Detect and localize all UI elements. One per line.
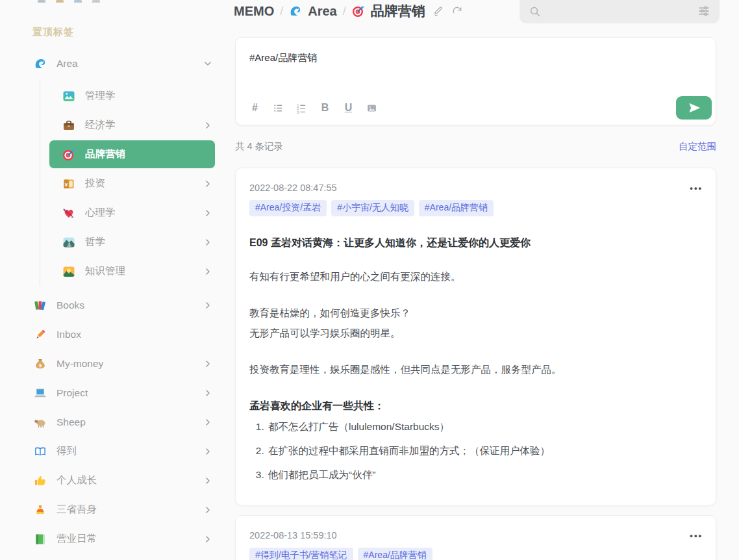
sidebar-item-investment[interactable]: ¥投资 — [0, 169, 226, 198]
breadcrumb-current-tag[interactable]: 品牌营销 — [371, 2, 425, 20]
sidebar-item-management[interactable]: 管理学 — [0, 81, 226, 110]
bullet-list-icon[interactable] — [273, 103, 284, 114]
memo-list-header: 共 4 条记录 自定范围 — [235, 140, 716, 153]
search-input[interactable] — [541, 0, 697, 24]
tag-pill[interactable]: #Area/品牌营销 — [358, 548, 432, 560]
tag-pill[interactable]: #小宇宙/无人知晓 — [331, 200, 414, 216]
sidebar-item-knowledge-management[interactable]: 知识管理 — [0, 257, 226, 286]
tag-pill[interactable]: #Area/品牌营销 — [419, 200, 494, 216]
ordered-list-icon[interactable]: 123 — [296, 103, 307, 114]
sidebar-item-label: 三省吾身 — [56, 503, 203, 516]
memo-heading: E09 孟岩对话黄海：让更多人知道你，还是让爱你的人更爱你 — [249, 236, 703, 250]
sidebar-item-books[interactable]: Books — [0, 290, 226, 320]
wave-icon — [289, 5, 302, 18]
filter-icon[interactable] — [697, 5, 710, 18]
composer-toolbar: #123BU — [249, 95, 712, 121]
memo-composer: #Area/品牌营销 #123BU — [235, 37, 716, 125]
picture-mountain-icon — [62, 90, 75, 103]
memo-list: 2022-08-22 08:47:55•••#Area/投资/孟岩#小宇宙/无人… — [235, 168, 716, 560]
refresh-icon[interactable] — [451, 5, 463, 17]
chevron-right-icon[interactable] — [203, 120, 213, 131]
sidebar-item-label: 个人成长 — [56, 474, 203, 487]
chevron-right-icon[interactable] — [203, 266, 213, 277]
bold-icon[interactable]: B — [319, 103, 331, 114]
tag-pill[interactable]: #得到/电子书/营销笔记 — [249, 548, 353, 560]
edit-pencil-icon[interactable] — [432, 5, 444, 17]
memo-paragraph: 有知有行更希望和用户的心之间有更深的连接。 — [249, 266, 703, 286]
sidebar-item-personal-growth[interactable]: 个人成长 — [0, 466, 226, 495]
sidebar-item-label: 品牌营销 — [85, 147, 213, 161]
sidebar-item-area[interactable]: Area — [0, 49, 226, 78]
chevron-right-icon[interactable] — [203, 359, 213, 369]
lotus-icon — [34, 503, 47, 516]
chevron-right-icon[interactable] — [203, 388, 213, 398]
custom-range-link[interactable]: 自定范围 — [679, 140, 716, 153]
pencil-icon — [34, 328, 47, 341]
chevron-right-icon[interactable] — [203, 476, 213, 486]
search-bar[interactable] — [520, 0, 720, 23]
sidebar-item-label: 哲学 — [85, 235, 203, 249]
sidebar-item-label: 心理学 — [85, 206, 203, 220]
image-icon[interactable] — [366, 103, 377, 114]
memo-card: 2022-08-22 08:47:55•••#Area/投资/孟岩#小宇宙/无人… — [235, 168, 716, 505]
memo-ordered-list: 都不怎么打广告（lululemon/Starbucks）在扩张的过程中都采用直销… — [249, 417, 703, 485]
memo-timestamp: 2022-08-22 08:47:55 — [249, 183, 337, 193]
sidebar-item-label: Area — [56, 58, 203, 70]
sidebar-item-label: Books — [56, 299, 203, 311]
road-mountain-icon — [62, 236, 75, 249]
chevron-right-icon[interactable] — [203, 534, 213, 544]
breadcrumb-separator: / — [343, 5, 346, 18]
sidebar-item-inbox[interactable]: Inbox — [0, 320, 226, 349]
sunrise-icon — [62, 265, 75, 278]
memo-list-item: 他们都把员工成为“伙伴” — [267, 465, 703, 485]
chevron-right-icon[interactable] — [203, 446, 213, 457]
send-button[interactable] — [676, 96, 712, 120]
target-icon — [352, 5, 365, 18]
chevron-down-icon[interactable] — [203, 58, 213, 69]
wave-icon — [34, 57, 47, 70]
search-icon — [529, 5, 541, 18]
sidebar-item-label: Inbox — [56, 329, 213, 340]
chevron-right-icon[interactable] — [203, 417, 213, 427]
sidebar-item-economics[interactable]: 经济学 — [0, 110, 226, 140]
sidebar-item-my-money[interactable]: $My-money — [0, 349, 226, 378]
sidebar-item-self-reflection[interactable]: 三省吾身 — [0, 495, 226, 524]
hashtag-icon[interactable]: # — [249, 103, 260, 114]
sidebar-item-project[interactable]: Project — [0, 378, 226, 407]
sidebar-item-business-daily[interactable]: 营业日常 — [0, 524, 226, 554]
sidebar-item-dedao[interactable]: 得到 — [0, 437, 226, 466]
memo-header: 2022-08-22 08:47:55••• — [249, 181, 703, 194]
memo-menu-button[interactable]: ••• — [690, 182, 703, 194]
memo-heading: 孟岩喜欢的企业有一些共性： — [249, 399, 703, 413]
clipped-content-row — [38, 0, 100, 3]
chevron-right-icon[interactable] — [203, 237, 213, 248]
target-icon — [62, 148, 75, 161]
main-panel: MEMO / Area / 品牌营销 #Area/品牌营销 #123BU 共 4… — [226, 0, 739, 560]
memo-paragraph: 投资教育是理性，娱乐圈是感性，但共同点是无形产品，服务型产品。 — [249, 359, 703, 379]
sidebar-item-psychology[interactable]: 心理学 — [0, 198, 226, 227]
chevron-right-icon[interactable] — [203, 505, 213, 515]
chevron-right-icon[interactable] — [203, 300, 213, 311]
sidebar-item-label: 知识管理 — [85, 264, 203, 278]
memo-menu-button[interactable]: ••• — [690, 529, 703, 541]
breadcrumb-area[interactable]: Area — [308, 4, 336, 19]
green-book-icon — [34, 533, 47, 546]
breadcrumb-memo[interactable]: MEMO — [234, 4, 274, 19]
underline-icon[interactable]: U — [343, 103, 354, 114]
memo-header: 2022-08-13 15:59:10••• — [249, 529, 703, 542]
chevron-right-icon[interactable] — [203, 208, 213, 218]
memo-list-item: 都不怎么打广告（lululemon/Starbucks） — [267, 417, 703, 437]
svg-text:3: 3 — [297, 110, 299, 114]
tag-pill[interactable]: #Area/投资/孟岩 — [249, 200, 327, 216]
memo-paragraph: 教育是枯燥的，如何创造更多快乐？无形产品可以学习娱乐圈的明星。 — [249, 303, 703, 343]
sidebar-item-sheep[interactable]: Sheep — [0, 407, 226, 437]
sidebar-item-philosophy[interactable]: 哲学 — [0, 227, 226, 257]
sidebar-item-brand-marketing[interactable]: 品牌营销 — [0, 140, 226, 169]
heart-arrow-icon — [62, 207, 75, 220]
memo-tag-row: #得到/电子书/营销笔记#Area/品牌营销 — [249, 548, 703, 560]
memo-tag-row: #Area/投资/孟岩#小宇宙/无人知晓#Area/品牌营销 — [249, 200, 703, 216]
thumbs-up-icon — [34, 474, 47, 487]
memo-editor[interactable]: #Area/品牌营销 — [249, 52, 703, 64]
chevron-right-icon[interactable] — [203, 179, 213, 189]
sidebar-item-label: 经济学 — [85, 118, 203, 132]
